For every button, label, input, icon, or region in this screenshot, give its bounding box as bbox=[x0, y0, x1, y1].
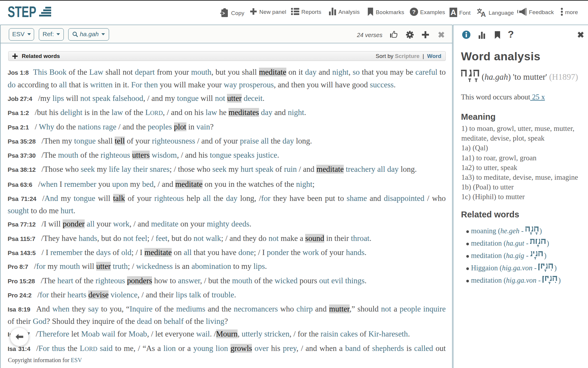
svg-text:A: A bbox=[481, 10, 486, 17]
svg-text:A: A bbox=[451, 8, 456, 17]
svg-text:?: ? bbox=[412, 9, 416, 15]
